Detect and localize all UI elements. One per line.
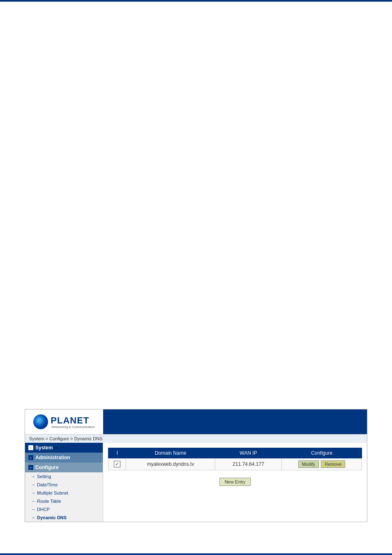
dns-table: I Domain Name WAN IP Configure ✓ (108, 448, 362, 470)
sidebar-item-setting-label: Setting (37, 474, 51, 479)
content-area: PLANET Networking & Communication System… (0, 2, 392, 555)
page-wrapper: PLANET Networking & Communication System… (0, 0, 392, 555)
sidebar-heading-configure[interactable]: - Configure (25, 462, 103, 472)
row-actions: Modify Remove (282, 458, 362, 470)
new-entry-row: New Entry (108, 474, 362, 489)
sidebar-item-dhcp[interactable]: → DHCP (25, 505, 103, 513)
sidebar-heading-system[interactable]: - System (25, 443, 103, 453)
sidebar-section-admin: - Administration (25, 453, 103, 462)
row-domain: myalexweb.dyndns.tv (126, 458, 215, 470)
remove-button[interactable]: Remove (321, 460, 345, 468)
sidebar-heading-admin[interactable]: - Administration (25, 453, 103, 462)
sidebar-item-route-table-label: Route Table (37, 499, 61, 504)
brand-tagline: Networking & Communication (51, 425, 95, 429)
breadcrumb: System > Configure > Dynamic DNS (25, 434, 367, 443)
sidebar-item-route-table[interactable]: → Route Table (25, 497, 103, 505)
row-check: ✓ (108, 458, 126, 470)
router-header: PLANET Networking & Communication (25, 409, 367, 434)
new-entry-button[interactable]: New Entry (219, 478, 251, 486)
router-panel: PLANET Networking & Communication System… (25, 409, 367, 522)
arrow-icon-multiple-subnet: → (31, 490, 35, 495)
sidebar: - System - Administration - Conf (25, 443, 103, 522)
minus-icon-admin: - (28, 455, 33, 460)
logo-area: PLANET Networking & Communication (25, 409, 103, 434)
sidebar-item-datetime[interactable]: → Date/Time (25, 481, 103, 489)
sidebar-item-setting[interactable]: → Setting (25, 472, 103, 481)
logo-row: PLANET Networking & Communication (33, 414, 95, 429)
globe-icon (33, 414, 48, 429)
arrow-icon-dynamic-dns: → (31, 515, 35, 520)
sidebar-admin-label: Administration (35, 455, 70, 460)
modify-button[interactable]: Modify (298, 460, 319, 468)
col-header-wanip: WAN IP (215, 448, 281, 458)
col-header-configure: Configure (282, 448, 362, 458)
bottom-border (0, 553, 392, 555)
router-body: - System - Administration - Conf (25, 443, 367, 522)
arrow-icon-setting: → (31, 474, 35, 479)
table-row: ✓ myalexweb.dyndns.tv 211.74.64.177 Modi… (108, 458, 362, 470)
col-header-num: I (108, 448, 126, 458)
sidebar-item-dynamic-dns-label: Dynamic DNS (37, 515, 67, 520)
col-header-domain: Domain Name (126, 448, 215, 458)
main-content: I Domain Name WAN IP Configure ✓ (103, 443, 367, 522)
row-wanip: 211.74.64.177 (215, 458, 281, 470)
sidebar-item-dynamic-dns[interactable]: → Dynamic DNS (25, 513, 103, 522)
sidebar-configure-label: Configure (35, 465, 59, 470)
arrow-icon-datetime: → (31, 482, 35, 487)
logo-text-group: PLANET Networking & Communication (51, 415, 95, 429)
sidebar-section-system: - System (25, 443, 103, 453)
sidebar-section-configure: - Configure → Setting → Date/Time → (25, 462, 103, 522)
header-right (103, 409, 367, 434)
arrow-icon-dhcp: → (31, 507, 35, 512)
sidebar-system-label: System (35, 445, 53, 451)
sidebar-item-multiple-subnet-label: Multiple Subnet (37, 490, 68, 495)
logo: PLANET Networking & Communication (33, 414, 95, 429)
check-icon: ✓ (114, 461, 120, 467)
minus-icon-system: - (28, 445, 33, 450)
minus-icon-configure: - (28, 465, 33, 470)
arrow-icon-route-table: → (31, 499, 35, 504)
sidebar-item-datetime-label: Date/Time (37, 482, 58, 487)
sidebar-item-multiple-subnet[interactable]: → Multiple Subnet (25, 489, 103, 497)
sidebar-item-dhcp-label: DHCP (37, 507, 50, 512)
breadcrumb-text: System > Configure > Dynamic DNS (29, 436, 103, 441)
brand-name: PLANET (51, 415, 95, 426)
